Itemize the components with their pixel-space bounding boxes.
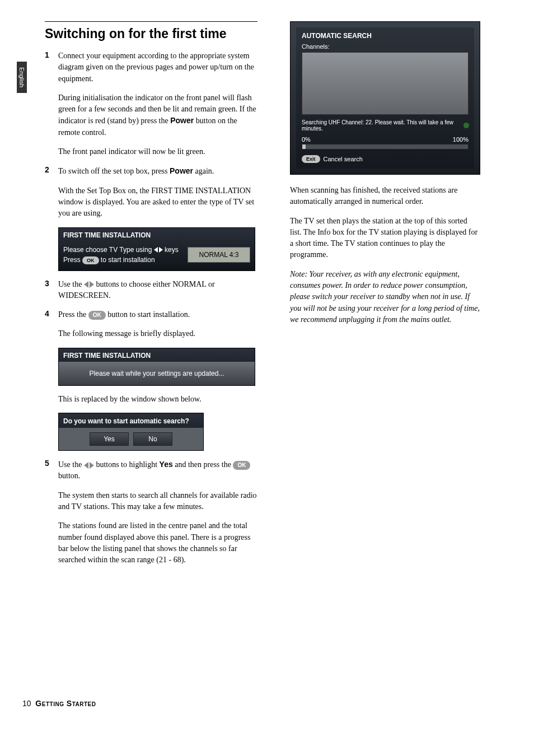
step-2: 2 To switch off the set top box, press P… xyxy=(45,165,257,219)
osd-first-time-install: FIRST TIME INSTALLATION Please choose TV… xyxy=(58,227,255,271)
text: Press the xyxy=(58,310,88,319)
text: Use the xyxy=(58,460,84,469)
footer-section: Getting Started xyxy=(35,699,96,708)
step-4: 4 Press the OK button to start installat… xyxy=(45,309,257,340)
status-dot-icon xyxy=(464,123,469,128)
ok-pill-icon: OK xyxy=(88,311,106,320)
left-arrow-icon xyxy=(84,281,88,288)
text: again. xyxy=(193,167,214,175)
osd-title: Do you want to start automatic search? xyxy=(59,413,203,428)
right-note: Note: Your receiver, as with any electro… xyxy=(290,269,480,325)
osd-hundred-percent: 100% xyxy=(453,136,469,143)
language-tab: English xyxy=(17,62,27,93)
step-1: 1 Connect your equipment according to th… xyxy=(45,50,257,157)
step-4-p2: The following message is briefly display… xyxy=(58,328,257,339)
left-column: Switching on for the first time 1 Connec… xyxy=(45,21,257,573)
after-osd2-text: This is replaced by the window shown bel… xyxy=(58,394,257,405)
bold-text: Power xyxy=(170,116,194,125)
osd-body: Please wait while your settings are upda… xyxy=(59,362,255,385)
osd-exit-row: Exit Cancel search xyxy=(302,155,469,163)
step-2-p1: To switch off the set top box, press Pow… xyxy=(58,165,257,177)
step-5-p1: Use the buttons to highlight Yes and the… xyxy=(58,459,257,482)
step-4-p1: Press the OK button to start installatio… xyxy=(58,309,257,320)
osd-automatic-search: AUTOMATIC SEARCH Channels: Searching UHF… xyxy=(290,21,480,175)
text: Please choose TV Type using xyxy=(63,246,154,254)
osd-yes-button: Yes xyxy=(90,432,129,446)
step-1-p2: During initialisation the indicator on t… xyxy=(58,92,257,138)
exit-pill-icon: Exit xyxy=(302,155,320,163)
left-arrow-icon xyxy=(84,462,88,469)
osd-percent-row: 0% 100% xyxy=(302,136,469,143)
osd-status-row: Searching UHF Channel: 22. Please wait. … xyxy=(302,119,469,132)
osd-title: FIRST TIME INSTALLATION xyxy=(59,348,255,362)
osd-cancel-label: Cancel search xyxy=(324,156,363,162)
osd-title: AUTOMATIC SEARCH xyxy=(302,32,469,40)
osd-channel-list xyxy=(302,52,469,115)
step-3: 3 Use the buttons to choose either NORMA… xyxy=(45,279,257,302)
right-arrow-icon xyxy=(90,462,94,469)
osd-no-button: No xyxy=(133,432,172,446)
step-5: 5 Use the buttons to highlight Yes and t… xyxy=(45,459,257,566)
osd-progress-fill xyxy=(302,144,306,149)
right-arrow-icon xyxy=(159,247,163,253)
osd-instruction: Please choose TV Type using keys Press O… xyxy=(63,245,181,265)
right-column: AUTOMATIC SEARCH Channels: Searching UHF… xyxy=(290,21,480,573)
bold-text: Power xyxy=(170,166,193,175)
section-title: Switching on for the first time xyxy=(45,26,257,41)
step-5-p2: The system then starts to search all cha… xyxy=(58,490,257,513)
text: to start installation xyxy=(99,256,155,264)
osd-status-text: Searching UHF Channel: 22. Please wait. … xyxy=(302,119,462,132)
step-number: 5 xyxy=(45,459,58,566)
osd-tv-type-field: NORMAL 4:3 xyxy=(188,247,250,263)
text: buttons to highlight xyxy=(94,460,160,469)
osd-channels-label: Channels: xyxy=(302,43,469,50)
text: keys xyxy=(163,246,179,254)
text: button to start installation. xyxy=(106,310,190,319)
left-arrow-icon xyxy=(154,247,158,253)
osd-zero-percent: 0% xyxy=(302,136,311,143)
osd-auto-search-prompt: Do you want to start automatic search? Y… xyxy=(58,413,204,451)
page-footer: 10 Getting Started xyxy=(22,699,96,708)
bold-text: Yes xyxy=(160,460,173,469)
text: and then press the xyxy=(173,460,233,469)
step-3-p1: Use the buttons to choose either NORMAL … xyxy=(58,279,257,302)
text: Use the xyxy=(58,280,84,288)
section-rule xyxy=(45,21,257,22)
osd-please-wait: FIRST TIME INSTALLATION Please wait whil… xyxy=(58,348,255,386)
osd-progress-bar xyxy=(302,144,469,150)
text: To switch off the set top box, press xyxy=(58,167,170,175)
ok-pill-icon: OK xyxy=(82,256,99,264)
osd-title: FIRST TIME INSTALLATION xyxy=(59,228,255,241)
ok-pill-icon: OK xyxy=(233,461,250,470)
text: button. xyxy=(58,472,80,480)
right-p2: The TV set then plays the station at the… xyxy=(290,216,480,261)
right-p1: When scanning has finished, the received… xyxy=(290,185,480,208)
step-number: 3 xyxy=(45,279,58,302)
page-number: 10 xyxy=(22,699,31,708)
step-1-p1: Connect your equipment according to the … xyxy=(58,50,257,85)
text: Press xyxy=(63,256,82,264)
step-number: 4 xyxy=(45,309,58,340)
step-1-p3: The front panel indicator will now be li… xyxy=(58,146,257,157)
step-number: 2 xyxy=(45,165,58,219)
step-2-p2: With the Set Top Box on, the FIRST TIME … xyxy=(58,185,257,220)
step-number: 1 xyxy=(45,50,58,157)
step-5-p3: The stations found are listed in the cen… xyxy=(58,520,257,566)
right-arrow-icon xyxy=(90,281,94,288)
